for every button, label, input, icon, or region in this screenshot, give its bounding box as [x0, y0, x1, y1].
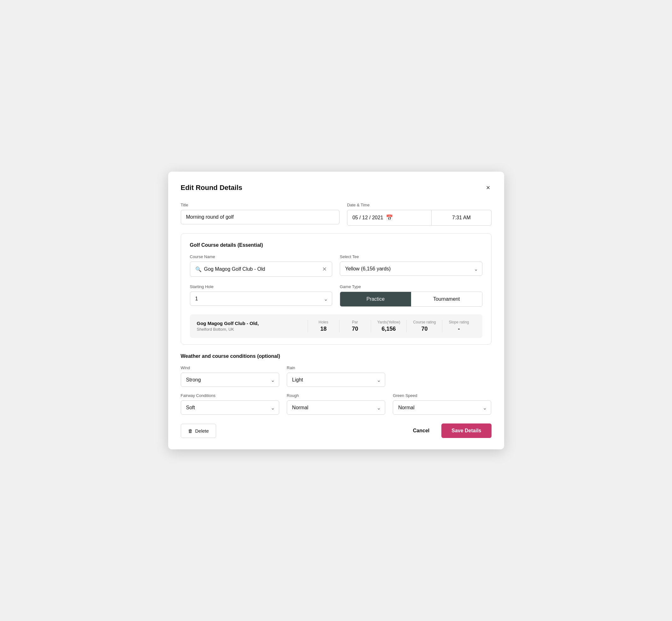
delete-label: Delete — [195, 428, 209, 433]
starting-hole-wrapper: 1234 5678 910 ⌄ — [190, 292, 333, 306]
holes-label: Holes — [319, 320, 328, 324]
par-value: 70 — [352, 326, 358, 332]
course-info-name: Gog Magog Golf Club - Old, Shelford Bott… — [197, 321, 307, 332]
date-value: 05 / 12 / 2021 — [352, 215, 383, 220]
rain-label: Rain — [287, 365, 385, 370]
rain-group: Rain LightNoneModerateHeavy ⌄ — [287, 365, 385, 387]
date-input[interactable]: 05 / 12 / 2021 📅 — [347, 210, 432, 225]
rough-label: Rough — [287, 393, 385, 398]
golf-section-title: Golf Course details (Essential) — [190, 242, 482, 248]
yards-label: Yards(Yellow) — [377, 320, 401, 324]
holes-value: 18 — [320, 326, 327, 332]
green-speed-dropdown[interactable]: NormalSlowFast — [393, 401, 491, 415]
golf-course-section: Golf Course details (Essential) Course N… — [181, 233, 492, 344]
select-tee-wrapper: Yellow (6,156 yards) White Red Blue ⌄ — [340, 261, 482, 276]
edit-round-modal: Edit Round Details × Title Date & Time 0… — [168, 172, 504, 449]
starting-hole-group: Starting Hole 1234 5678 910 ⌄ — [190, 284, 333, 307]
wind-rain-row: Wind StrongLightNoneModerate ⌄ Rain Ligh… — [181, 365, 492, 387]
practice-toggle-button[interactable]: Practice — [340, 292, 411, 306]
search-icon: 🔍 — [195, 266, 202, 272]
course-rating-label: Course rating — [413, 320, 436, 324]
modal-title: Edit Round Details — [181, 184, 243, 192]
yards-stat: Yards(Yellow) 6,156 — [371, 320, 407, 332]
fairway-dropdown[interactable]: SoftNormalHardWet — [181, 401, 279, 415]
rain-wrapper: LightNoneModerateHeavy ⌄ — [287, 373, 385, 387]
starting-hole-label: Starting Hole — [190, 284, 333, 289]
date-time-row: 05 / 12 / 2021 📅 7:31 AM — [347, 210, 492, 225]
course-name-input[interactable] — [204, 266, 320, 272]
conditions-section: Weather and course conditions (optional)… — [181, 354, 492, 415]
green-speed-label: Green Speed — [393, 393, 491, 398]
game-type-toggle: Practice Tournament — [340, 292, 482, 307]
course-rating-value: 70 — [421, 326, 427, 332]
title-input[interactable] — [181, 210, 339, 224]
rough-group: Rough NormalSoftHard ⌄ — [287, 393, 385, 415]
starting-hole-dropdown[interactable]: 1234 5678 910 — [190, 292, 333, 306]
game-type-group: Game Type Practice Tournament — [340, 284, 482, 307]
title-group: Title — [181, 203, 339, 225]
wind-dropdown[interactable]: StrongLightNoneModerate — [181, 373, 279, 387]
rain-dropdown[interactable]: LightNoneModerateHeavy — [287, 373, 385, 387]
course-rating-stat: Course rating 70 — [406, 320, 442, 332]
time-input[interactable]: 7:31 AM — [432, 210, 491, 225]
wind-label: Wind — [181, 365, 279, 370]
slope-rating-stat: Slope rating - — [442, 320, 475, 332]
wind-wrapper: StrongLightNoneModerate ⌄ — [181, 373, 279, 387]
cancel-button[interactable]: Cancel — [407, 424, 435, 437]
green-speed-wrapper: NormalSlowFast ⌄ — [393, 401, 491, 415]
rough-wrapper: NormalSoftHard ⌄ — [287, 401, 385, 415]
footer-row: 🗑 Delete Cancel Save Details — [181, 423, 492, 438]
datetime-label: Date & Time — [347, 203, 492, 207]
trash-icon: 🗑 — [188, 428, 193, 433]
course-name-input-wrapper[interactable]: 🔍 ✕ — [190, 261, 333, 277]
select-tee-group: Select Tee Yellow (6,156 yards) White Re… — [340, 254, 482, 277]
modal-header: Edit Round Details × — [181, 183, 492, 193]
select-tee-dropdown[interactable]: Yellow (6,156 yards) White Red Blue — [340, 261, 482, 276]
fairway-rough-green-row: Fairway Conditions SoftNormalHardWet ⌄ R… — [181, 393, 492, 415]
tournament-toggle-button[interactable]: Tournament — [411, 292, 482, 306]
fairway-group: Fairway Conditions SoftNormalHardWet ⌄ — [181, 393, 279, 415]
title-datetime-row: Title Date & Time 05 / 12 / 2021 📅 7:31 … — [181, 203, 492, 225]
course-tee-row: Course Name 🔍 ✕ Select Tee Yellow (6,156… — [190, 254, 482, 277]
course-location: Shelford Bottom, UK — [197, 327, 307, 332]
yards-value: 6,156 — [382, 326, 396, 332]
green-speed-group: Green Speed NormalSlowFast ⌄ — [393, 393, 491, 415]
time-value: 7:31 AM — [452, 215, 471, 220]
par-label: Par — [352, 320, 358, 324]
calendar-icon: 📅 — [386, 214, 393, 221]
rough-dropdown[interactable]: NormalSoftHard — [287, 401, 385, 415]
slope-rating-value: - — [458, 326, 460, 332]
wind-group: Wind StrongLightNoneModerate ⌄ — [181, 365, 279, 387]
save-details-button[interactable]: Save Details — [442, 423, 491, 438]
game-type-label: Game Type — [340, 284, 482, 289]
fairway-wrapper: SoftNormalHardWet ⌄ — [181, 401, 279, 415]
clear-icon[interactable]: ✕ — [322, 266, 327, 273]
course-info-row: Gog Magog Golf Club - Old, Shelford Bott… — [190, 314, 482, 338]
course-name-label: Course Name — [190, 254, 333, 259]
title-label: Title — [181, 203, 339, 207]
holes-stat: Holes 18 — [307, 320, 339, 332]
slope-rating-label: Slope rating — [449, 320, 469, 324]
delete-button[interactable]: 🗑 Delete — [181, 424, 216, 438]
course-name-group: Course Name 🔍 ✕ — [190, 254, 333, 277]
datetime-group: Date & Time 05 / 12 / 2021 📅 7:31 AM — [347, 203, 492, 225]
select-tee-label: Select Tee — [340, 254, 482, 259]
fairway-label: Fairway Conditions — [181, 393, 279, 398]
par-stat: Par 70 — [339, 320, 371, 332]
conditions-title: Weather and course conditions (optional) — [181, 354, 492, 359]
course-name-display: Gog Magog Golf Club - Old, — [197, 321, 307, 326]
hole-gametype-row: Starting Hole 1234 5678 910 ⌄ Game Type … — [190, 284, 482, 307]
close-button[interactable]: × — [485, 183, 492, 193]
